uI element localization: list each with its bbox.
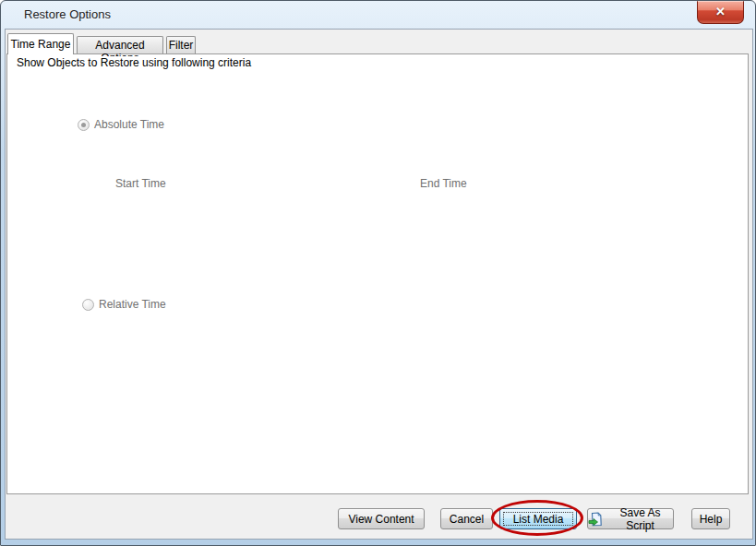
window-title: Restore Options xyxy=(24,7,111,21)
cancel-label: Cancel xyxy=(450,513,484,526)
save-as-script-button[interactable]: Save As Script xyxy=(587,508,674,529)
tab-filter[interactable]: Filter xyxy=(166,36,196,53)
criteria-groupbox-label: Show Objects to Restore using following … xyxy=(14,56,254,69)
relative-time-label: Relative Time xyxy=(99,298,166,311)
radio-icon xyxy=(78,119,90,131)
list-media-button[interactable]: List Media xyxy=(499,508,577,529)
close-button[interactable]: ✕ xyxy=(697,1,744,24)
view-content-button[interactable]: View Content xyxy=(338,508,425,529)
save-as-script-icon xyxy=(588,512,603,527)
tab-time-range[interactable]: Time Range xyxy=(7,33,74,54)
help-label: Help xyxy=(700,513,723,526)
close-icon: ✕ xyxy=(715,5,726,18)
end-time-label: End Time xyxy=(417,177,470,190)
relative-time-radio: Relative Time xyxy=(79,298,171,311)
save-as-script-label: Save As Script xyxy=(607,506,673,532)
titlebar: Restore Options ✕ xyxy=(1,1,755,29)
start-time-label: Start Time xyxy=(113,177,169,190)
tab-filter-label: Filter xyxy=(169,39,194,52)
absolute-time-label: Absolute Time xyxy=(94,118,164,131)
focus-rectangle xyxy=(503,512,573,526)
restore-options-dialog: Restore Options ✕ Time Range Advanced Op… xyxy=(0,0,756,546)
help-button[interactable]: Help xyxy=(691,508,730,529)
tab-advanced-options[interactable]: Advanced Options xyxy=(77,36,163,53)
view-content-label: View Content xyxy=(348,513,414,526)
tab-time-range-label: Time Range xyxy=(11,38,71,51)
absolute-time-radio: Absolute Time xyxy=(75,118,169,131)
radio-icon xyxy=(82,299,94,311)
cancel-button[interactable]: Cancel xyxy=(440,508,493,529)
